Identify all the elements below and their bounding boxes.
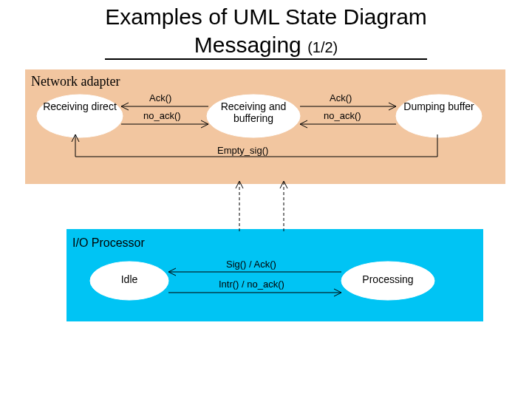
dashed-connector-left [235,181,244,231]
title-line1: Examples of UML State Diagram [105,4,427,29]
io-processor-panel: I/O Processor Idle Processing Sig() / Ac… [66,229,483,321]
io-processor-title: I/O Processor [72,236,145,250]
label-intr-noack: Intr() / no_ack() [219,279,284,290]
dashed-connector-right [279,181,288,231]
title-line2: Messaging [194,33,301,57]
slide-title: Examples of UML State Diagram Messaging … [0,0,532,60]
state-idle: Idle [89,273,170,285]
state-processing: Processing [340,273,436,285]
label-ack1: Ack() [149,92,171,103]
state-dumping-buffer: Dumping buffer [395,100,483,112]
network-adapter-panel: Network adapter Receiving direct Receivi… [25,69,505,184]
title-page: (1/2) [307,39,338,55]
label-noack2: no_ack() [324,110,361,121]
network-adapter-title: Network adapter [31,74,120,89]
label-emptysig: Empty_sig() [217,145,268,156]
label-ack2: Ack() [330,92,352,103]
label-sig-ack: Sig() / Ack() [226,259,276,270]
state-receiving-buffering: Receiving and buffering [205,100,301,124]
label-noack1: no_ack() [143,110,181,121]
state-receiving-direct: Receiving direct [35,100,124,112]
